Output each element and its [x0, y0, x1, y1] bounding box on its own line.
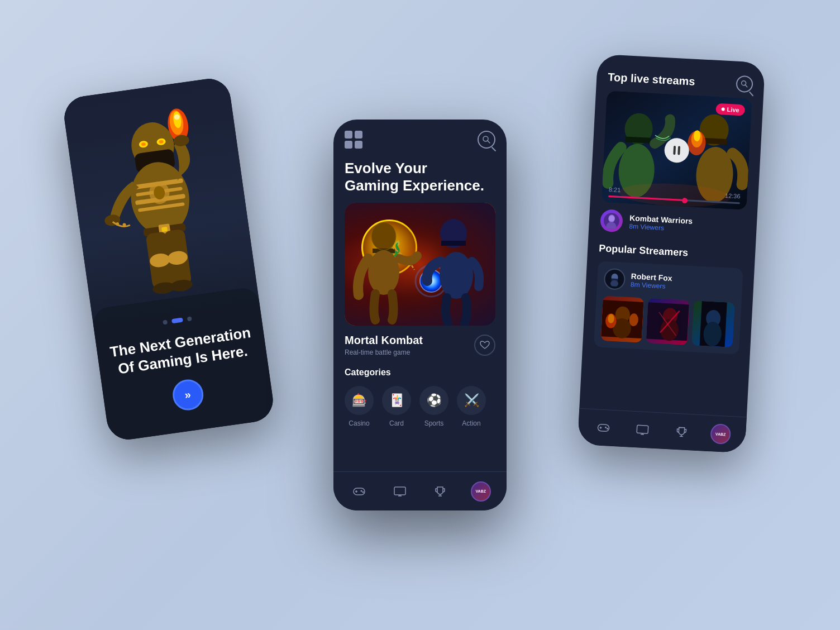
right-title: Top live streams — [608, 70, 695, 88]
stream-text: Kombat Warriors 8m Viewers — [629, 213, 693, 233]
pause-bar-2 — [677, 146, 680, 155]
search-svg-right — [741, 80, 749, 88]
left-card: The Next Generation Of Gaming Is Here. » — [91, 286, 275, 442]
live-badge: Live — [715, 103, 745, 116]
search-svg — [483, 136, 490, 144]
phone-right: Top live streams — [578, 54, 765, 454]
trophy-icon — [435, 486, 446, 497]
svg-rect-49 — [394, 487, 405, 495]
nav-controller[interactable] — [349, 481, 369, 502]
right-trophy-icon — [676, 426, 688, 438]
banner-chars — [345, 203, 495, 326]
action-label: Action — [462, 419, 480, 427]
right-monitor-icon — [636, 424, 650, 436]
progress-fill — [608, 195, 688, 201]
thumbnail-3[interactable] — [691, 300, 734, 347]
categories-row: 🎰 Casino 🃏 Card ⚽ Sports — [345, 386, 495, 427]
game-thumbnails — [601, 296, 735, 347]
time-elapsed: 8:21 — [609, 186, 621, 193]
action-icon-circle: ⚔️ — [457, 386, 486, 415]
live-text: Live — [727, 106, 739, 113]
right-nav-trophy[interactable] — [671, 421, 692, 442]
next-button[interactable]: » — [170, 378, 205, 412]
card-icon: 🃏 — [389, 393, 404, 408]
action-icon: ⚔️ — [464, 393, 479, 408]
sports-label: Sports — [424, 419, 444, 427]
right-vabz-text: VABZ — [715, 432, 726, 436]
grid-icon[interactable] — [345, 131, 362, 149]
svg-point-47 — [361, 490, 362, 491]
hero-title-line1: Evolve Your — [345, 160, 495, 177]
time-total: 12:36 — [725, 192, 741, 199]
phones-container: The Next Generation Of Gaming Is Here. » — [85, 41, 755, 589]
thumb-overlay-2 — [646, 298, 689, 345]
game-title: Mortal Kombat — [345, 334, 423, 347]
nav-vabz[interactable]: VABZ — [471, 481, 491, 502]
character-svg — [85, 93, 236, 314]
left-card-title: The Next Generation Of Gaming Is Here. — [107, 324, 256, 379]
popular-section: Popular Streamers Robert Fox — [583, 237, 756, 359]
heart-button[interactable] — [474, 335, 495, 356]
avatar-svg — [603, 213, 619, 229]
categories-heading: Categories — [345, 367, 495, 378]
right-nav-controller[interactable] — [593, 417, 614, 438]
casino-icon-circle: 🎰 — [345, 386, 374, 415]
thumb-overlay-3 — [691, 300, 734, 347]
thumbnail-2[interactable] — [646, 298, 689, 345]
heart-icon — [480, 341, 490, 350]
grid-dot-4 — [355, 141, 362, 149]
svg-rect-22 — [161, 227, 168, 232]
arrow-icon: » — [184, 388, 192, 402]
thumbnail-1[interactable] — [601, 296, 644, 343]
popular-title: Popular Streamers — [599, 242, 744, 262]
card-icon-circle: 🃏 — [382, 386, 411, 415]
right-nav-monitor[interactable] — [632, 419, 653, 441]
nav-trophy[interactable] — [430, 481, 450, 502]
live-stream-card[interactable]: Live 8:21 12:36 — [602, 91, 752, 210]
sports-icon: ⚽ — [427, 393, 442, 408]
right-controller-icon — [596, 422, 610, 433]
svg-rect-39 — [441, 241, 466, 246]
streamer-avatar — [603, 268, 626, 290]
pause-bar-1 — [673, 146, 676, 155]
middle-search-icon[interactable] — [478, 131, 495, 149]
phone-middle: Evolve Your Gaming Experience. 🐉 — [333, 120, 507, 510]
category-card[interactable]: 🃏 Card — [382, 386, 411, 427]
card-label: Card — [389, 419, 404, 427]
stream-avatar — [600, 209, 623, 232]
right-nav-vabz[interactable]: VABZ — [710, 423, 731, 445]
pause-icon — [673, 146, 680, 155]
svg-point-48 — [362, 491, 364, 493]
middle-header — [333, 120, 507, 154]
grid-dot-1 — [345, 131, 352, 139]
grid-dot-2 — [355, 131, 362, 139]
streamer-row: Robert Fox 8m Viewers — [603, 268, 736, 296]
scorpion-character — [80, 89, 242, 318]
game-banner[interactable]: 🐉 — [345, 203, 495, 326]
game-subtitle: Real-time battle game — [345, 349, 423, 356]
streamer-card[interactable]: Robert Fox 8m Viewers — [594, 261, 743, 354]
game-info-text: Mortal Kombat Real-time battle game — [345, 334, 423, 356]
category-casino[interactable]: 🎰 Casino — [345, 386, 374, 427]
monitor-icon — [393, 486, 407, 497]
live-dot — [721, 107, 724, 111]
svg-line-32 — [488, 141, 490, 144]
dot-1 — [163, 320, 168, 325]
slide-dots — [163, 317, 192, 325]
right-search-icon[interactable] — [736, 75, 753, 93]
casino-icon: 🎰 — [352, 393, 367, 408]
streamer-avatar-svg — [607, 271, 622, 287]
grid-dot-3 — [345, 141, 352, 149]
category-sports[interactable]: ⚽ Sports — [419, 386, 448, 427]
controller-icon — [352, 486, 366, 497]
hero-title-line2: Gaming Experience. — [345, 177, 495, 194]
svg-rect-92 — [637, 425, 648, 433]
nav-monitor[interactable] — [390, 481, 410, 502]
streamer-text: Robert Fox 8m Viewers — [631, 271, 672, 290]
progress-dot — [681, 197, 688, 203]
categories-section: Categories 🎰 Casino 🃏 Card ⚽ — [333, 365, 507, 433]
game-card-info: Mortal Kombat Real-time battle game — [333, 326, 507, 365]
category-action[interactable]: ⚔️ Action — [457, 386, 486, 427]
phone-left: The Next Generation Of Gaming Is Here. » — [61, 76, 275, 442]
casino-label: Casino — [349, 419, 369, 427]
